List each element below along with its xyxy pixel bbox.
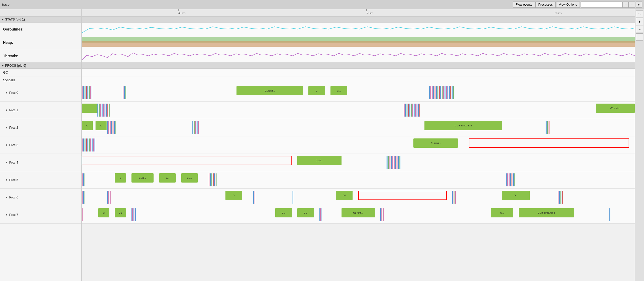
proc7-bar-runtime-main[interactable]: G1 runtime.main	[519, 208, 574, 217]
proc5-bar-g1ru[interactable]: G1 ru...	[131, 173, 154, 183]
t	[397, 156, 397, 169]
proc4-arrow-icon: ▼	[5, 161, 8, 164]
stats-arrow-icon: ▼	[2, 18, 4, 21]
heap-timeline-row	[82, 36, 635, 49]
proc7-bar-gdots[interactable]: G...	[275, 208, 292, 217]
t	[388, 156, 389, 169]
procs-arrow-icon: ▼	[2, 64, 4, 67]
proc2-bar-g2[interactable]: G	[96, 121, 107, 130]
proc4-bar-label: G1 G...	[316, 159, 323, 162]
t	[444, 86, 444, 99]
t	[443, 86, 444, 99]
proc5-bar-g1dots[interactable]: G1 ...	[181, 173, 198, 183]
t	[254, 191, 254, 204]
t	[449, 86, 450, 99]
proc7-timeline-row[interactable]: G G1 G... G... G1 runti...	[82, 206, 635, 224]
proc1-timeline-row[interactable]: G1 G1 runti...	[82, 102, 635, 119]
zoom-out-button[interactable]: −	[636, 26, 643, 33]
proc2-ticks	[107, 121, 172, 134]
proc3-outline-bar[interactable]	[469, 138, 629, 148]
ruler-tick-40ms	[178, 9, 179, 11]
proc7-bar-gdots4[interactable]: G...	[491, 208, 513, 217]
t	[436, 86, 437, 99]
t	[397, 156, 398, 169]
t	[124, 86, 125, 99]
proc1-bar-g1runti-right[interactable]: G1 runti...	[596, 104, 635, 113]
t	[105, 104, 105, 117]
t	[419, 104, 420, 117]
proc7-bar-gdots3[interactable]: G1 runti...	[342, 208, 375, 217]
proc6-bar-g[interactable]: G	[225, 191, 242, 200]
nav-expand-button[interactable]: »	[636, 2, 642, 8]
proc6-outline-bar[interactable]	[358, 191, 447, 200]
proc5-bar-g[interactable]: G	[115, 173, 126, 183]
threads-sparkline	[82, 49, 635, 62]
t	[437, 86, 438, 99]
t	[408, 104, 408, 117]
t	[110, 191, 111, 204]
proc1-bar-left[interactable]	[82, 104, 98, 113]
t	[558, 191, 559, 204]
procs-section-header[interactable]: ▼ PROCS (pid 0)	[0, 63, 81, 69]
proc6-timeline-row[interactable]: G G1 G...	[82, 189, 635, 206]
ruler: 40 ms 50 ms 60 ms	[82, 9, 635, 16]
t	[404, 104, 404, 117]
proc1-bar-g1runti-label: G1 runti...	[610, 107, 621, 109]
t	[82, 208, 82, 221]
stats-section-header[interactable]: ▼ STATS (pid 1)	[0, 16, 81, 23]
proc4-timeline-row[interactable]: G1 G...	[82, 154, 635, 171]
proc4-outline-bar[interactable]	[82, 156, 292, 165]
proc3-bar-g1runti[interactable]: G1 runti...	[413, 138, 458, 148]
zoom-in-button[interactable]: +	[636, 18, 643, 25]
t	[389, 156, 390, 169]
t	[414, 104, 415, 117]
threads-timeline-row	[82, 49, 635, 63]
proc2-label-row: ▼ Proc 2	[0, 119, 81, 136]
proc5-timeline-row[interactable]: G G1 ru... G... G1 ...	[82, 171, 635, 189]
ruler-label-40ms: 40 ms	[178, 12, 185, 15]
proc7-bar-gdots2[interactable]: G...	[297, 208, 314, 217]
t	[82, 208, 83, 221]
proc0-tick	[86, 86, 87, 99]
ruler-label-50ms: 50 ms	[366, 12, 373, 15]
t	[431, 86, 431, 99]
ruler-mark-50ms: 50 ms	[366, 9, 373, 15]
proc0-ticks-left	[82, 86, 112, 99]
nav-right-button[interactable]: →	[629, 2, 635, 8]
proc0-bar-g1runti[interactable]: G1 runti...	[236, 86, 303, 95]
proc2-bar-runtime-main[interactable]: G1 runtime.main	[424, 121, 502, 130]
view-options-button[interactable]: View Options	[556, 2, 580, 8]
cursor-tool-button[interactable]: ↖	[636, 10, 643, 17]
proc0-tick	[92, 86, 92, 99]
proc3-timeline-row[interactable]: G1 runti...	[82, 136, 635, 154]
t	[109, 104, 110, 117]
proc2-timeline-row[interactable]: G G G1 runtime.main	[82, 119, 635, 136]
proc5-bar-gdots[interactable]: G...	[159, 173, 176, 183]
proc6-bar-gdots[interactable]: G...	[502, 191, 530, 200]
t	[100, 104, 101, 117]
proc7-ticks3	[319, 208, 340, 221]
t	[213, 173, 213, 186]
search-input[interactable]	[581, 2, 622, 8]
proc2-bar-g1[interactable]: G	[82, 121, 93, 130]
t	[215, 173, 215, 186]
proc7-bar-g1[interactable]: G1	[115, 208, 126, 217]
proc7-bar-runtime-main-label: G1 runtime.main	[538, 212, 555, 214]
t	[387, 156, 387, 169]
proc4-bar-g1g[interactable]: G1 G...	[297, 156, 342, 165]
proc7-bar-g-label: G	[103, 212, 105, 214]
flow-events-button[interactable]: Flow events	[513, 2, 535, 8]
t	[194, 121, 195, 134]
proc6-bar-g1[interactable]: G1	[336, 191, 353, 200]
proc0-bar-g[interactable]: G	[308, 86, 325, 95]
proc0-bar-gdots[interactable]: G...	[330, 86, 347, 95]
t	[209, 173, 209, 186]
proc2-bar-g1-label: G	[86, 124, 88, 127]
nav-left-button[interactable]: ←	[622, 2, 629, 8]
proc7-bar-g[interactable]: G	[98, 208, 109, 217]
processes-button[interactable]: Processes	[535, 2, 555, 8]
proc0-timeline-row[interactable]: G1 runti... G G...	[82, 84, 635, 102]
t	[429, 86, 430, 99]
fit-button[interactable]: ↔	[636, 33, 643, 41]
proc3-ticks	[82, 138, 236, 152]
